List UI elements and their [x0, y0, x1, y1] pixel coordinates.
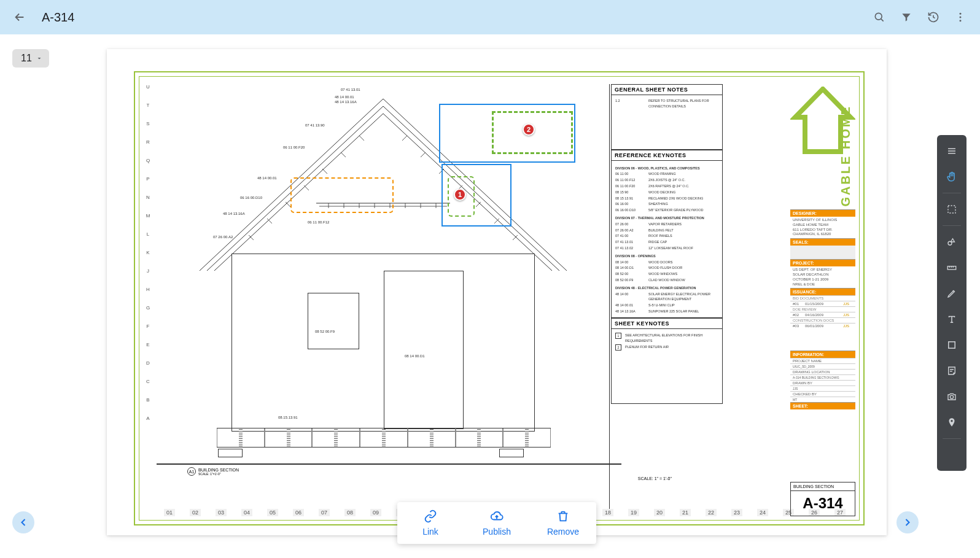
- svg-point-9: [951, 420, 952, 422]
- image-tool-button[interactable]: [941, 444, 963, 466]
- app-header: A-314: [0, 0, 980, 34]
- svg-rect-7: [949, 342, 955, 349]
- chevron-right-icon: [901, 516, 914, 529]
- page-select-value: 11: [21, 53, 32, 64]
- remove-button[interactable]: Remove: [530, 502, 596, 544]
- notes-column: GENERAL SHEET NOTES 1.2REFER TO STRUCTUR…: [611, 84, 723, 502]
- sheet-number: A-314: [791, 491, 855, 516]
- search-button[interactable]: [867, 5, 892, 29]
- reference-keynotes: REFERENCE KEYNOTES DIVISION 06 - WOOD, P…: [611, 150, 723, 318]
- leader: 48 14 00.01: [257, 176, 277, 180]
- text-tool-button[interactable]: [941, 308, 963, 330]
- leader: 06 11 00.F20: [283, 145, 305, 149]
- camera-icon: [946, 391, 957, 402]
- page-title: A-314: [42, 10, 74, 25]
- page-select-button[interactable]: 11: [12, 49, 49, 68]
- publish-button[interactable]: Publish: [464, 502, 530, 544]
- svg-point-8: [950, 395, 953, 398]
- building-section-plan: 07 41 13.01 48 14 00.01 48 14 13.16A 07 …: [157, 84, 610, 509]
- svg-rect-6: [947, 266, 956, 269]
- leader: 08 52 00.F9: [315, 330, 335, 333]
- pin-tool-button[interactable]: [941, 411, 963, 433]
- leader: 48 14 13.16A: [223, 212, 245, 215]
- row-labels: UTSRQPNMLKJHGFEDCBA: [143, 84, 153, 421]
- history-icon: [927, 11, 939, 23]
- leader: 48 14 00.01: [335, 95, 354, 99]
- svg-point-1: [960, 13, 962, 15]
- section-mark: A1 BUILDING SECTION SCALE: 1"=1'-0": [187, 467, 239, 476]
- chevron-left-icon: [17, 516, 29, 529]
- markup-action-bar: Link Publish Remove: [397, 502, 596, 544]
- leader: 06 11 00.F12: [308, 220, 329, 224]
- svg-point-3: [960, 20, 962, 21]
- link-icon: [424, 510, 437, 523]
- history-button[interactable]: [921, 5, 946, 29]
- logo-text: GABLE HOME: [839, 105, 853, 207]
- pencil-icon: [946, 288, 957, 299]
- select-tool-button[interactable]: [941, 198, 963, 220]
- marquee-icon: [946, 204, 957, 215]
- filter-button[interactable]: [894, 5, 919, 29]
- general-notes: GENERAL SHEET NOTES 1.2REFER TO STRUCTUR…: [611, 84, 723, 150]
- sheet-keynotes: SHEET KEYNOTES 1SEE ARCHITECTURAL ELEVAT…: [611, 318, 723, 405]
- prev-sheet-button[interactable]: [12, 511, 34, 533]
- svg-rect-4: [948, 206, 955, 213]
- more-button[interactable]: [948, 5, 973, 29]
- title-block: GABLE HOME DESIGNER:UNIVERSITY OF ILLINO…: [790, 80, 855, 516]
- stamp-tool-button[interactable]: [941, 334, 963, 356]
- markup-toolbar: [937, 135, 966, 471]
- page-select[interactable]: 11: [12, 49, 49, 68]
- camera-tool-button[interactable]: [941, 386, 963, 408]
- toolbar-menu-button[interactable]: [941, 140, 963, 162]
- next-sheet-button[interactable]: [896, 511, 919, 533]
- leader: 48 14 13.16A: [335, 100, 357, 104]
- leader: 07 26 00.A2: [213, 235, 233, 239]
- back-button[interactable]: [7, 5, 32, 29]
- leader: 08 14 00.D1: [405, 354, 425, 358]
- leader: 07 41 13.01: [341, 88, 360, 91]
- markup-cloud[interactable]: [290, 177, 394, 213]
- shapes-icon: [946, 236, 957, 247]
- leader: 08.15.13.91: [278, 416, 298, 419]
- hand-icon: [946, 171, 958, 183]
- square-icon: [946, 339, 957, 351]
- link-button[interactable]: Link: [397, 502, 464, 544]
- more-vert-icon: [954, 11, 966, 23]
- menu-icon: [946, 145, 957, 157]
- drawing-sheet[interactable]: UTSRQPNMLKJHGFEDCBA 01020304050607080910…: [107, 49, 887, 535]
- pan-tool-button[interactable]: [941, 166, 963, 188]
- trash-icon: [556, 510, 570, 523]
- svg-point-0: [875, 13, 882, 20]
- issue-pin[interactable]: 2: [523, 123, 535, 136]
- measure-tool-button[interactable]: [941, 257, 963, 279]
- issue-pin[interactable]: 1: [454, 188, 466, 201]
- note-tool-button[interactable]: [941, 360, 963, 382]
- text-icon: [946, 314, 957, 325]
- leader: 06 16 00.D10: [240, 196, 262, 200]
- cloud-upload-icon: [490, 510, 504, 523]
- shape-tool-button[interactable]: [941, 231, 963, 253]
- leader: 07 41 13.90: [305, 123, 325, 127]
- draw-tool-button[interactable]: [941, 282, 963, 304]
- filter-icon: [900, 11, 912, 23]
- note-icon: [946, 365, 957, 376]
- arrow-back-icon: [13, 10, 26, 24]
- location-icon: [946, 417, 957, 428]
- search-icon: [873, 11, 885, 23]
- svg-point-2: [960, 17, 962, 18]
- caret-down-icon: [36, 55, 43, 62]
- ruler-icon: [946, 262, 957, 273]
